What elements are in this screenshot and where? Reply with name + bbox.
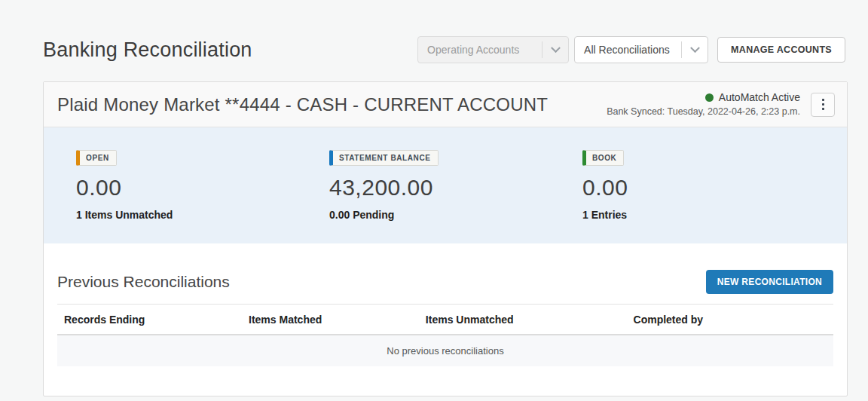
stat-book: BOOK 0.00 1 Entries bbox=[582, 150, 836, 243]
column-header-completed-by: Completed by bbox=[634, 314, 833, 326]
account-card-header: Plaid Money Market **4444 - CASH - CURRE… bbox=[44, 82, 847, 127]
account-card: Plaid Money Market **4444 - CASH - CURRE… bbox=[43, 81, 848, 396]
table-header-row: Records Ending Items Matched Items Unmat… bbox=[57, 305, 833, 335]
page-title: Banking Reconciliation bbox=[43, 38, 417, 62]
book-sublabel: 1 Entries bbox=[582, 209, 836, 221]
operating-accounts-select-value: Operating Accounts bbox=[418, 44, 542, 56]
reconciliations-select[interactable]: All Reconciliations bbox=[574, 36, 708, 63]
topbar: Banking Reconciliation Operating Account… bbox=[43, 35, 845, 65]
previous-reconciliations-title: Previous Reconciliations bbox=[57, 273, 706, 291]
book-value: 0.00 bbox=[582, 175, 836, 200]
bank-synced-label: Bank Synced: Tuesday, 2022-04-26, 2:23 p… bbox=[607, 106, 800, 118]
column-header-records-ending: Records Ending bbox=[64, 314, 249, 326]
book-badge: BOOK bbox=[582, 150, 624, 166]
kebab-icon bbox=[822, 99, 824, 110]
reconciliations-table: Records Ending Items Matched Items Unmat… bbox=[57, 304, 833, 366]
operating-accounts-select[interactable]: Operating Accounts bbox=[417, 36, 569, 63]
status-dot-icon bbox=[705, 93, 714, 102]
balance-stats-band: OPEN 0.00 1 Items Unmatched STATEMENT BA… bbox=[44, 127, 847, 244]
account-title: Plaid Money Market **4444 - CASH - CURRE… bbox=[57, 94, 548, 115]
column-header-items-matched: Items Matched bbox=[249, 314, 426, 326]
more-options-button[interactable] bbox=[811, 93, 835, 117]
previous-reconciliations-section: Previous Reconciliations NEW RECONCILIAT… bbox=[44, 244, 847, 396]
automatch-status-label: AutoMatch Active bbox=[719, 90, 800, 105]
statement-balance-value: 43,200.00 bbox=[329, 175, 582, 200]
automatch-status: AutoMatch Active bbox=[607, 90, 800, 105]
open-sublabel: 1 Items Unmatched bbox=[76, 209, 329, 221]
chevron-down-icon bbox=[542, 47, 568, 54]
new-reconciliation-button[interactable]: NEW RECONCILIATION bbox=[706, 270, 833, 294]
chevron-down-icon bbox=[682, 47, 708, 54]
open-value: 0.00 bbox=[76, 175, 329, 200]
empty-state-row: No previous reconciliations bbox=[57, 335, 833, 366]
statement-balance-badge: STATEMENT BALANCE bbox=[329, 150, 439, 166]
empty-state-message: No previous reconciliations bbox=[387, 345, 503, 357]
manage-accounts-button[interactable]: MANAGE ACCOUNTS bbox=[717, 37, 845, 63]
column-header-items-unmatched: Items Unmatched bbox=[426, 314, 634, 326]
stat-open: OPEN 0.00 1 Items Unmatched bbox=[76, 150, 329, 243]
stat-statement-balance: STATEMENT BALANCE 43,200.00 0.00 Pending bbox=[329, 150, 582, 243]
reconciliations-select-value: All Reconciliations bbox=[575, 44, 681, 56]
statement-balance-sublabel: 0.00 Pending bbox=[329, 209, 582, 221]
sync-status-block: AutoMatch Active Bank Synced: Tuesday, 2… bbox=[607, 90, 800, 118]
open-badge: OPEN bbox=[76, 150, 117, 166]
